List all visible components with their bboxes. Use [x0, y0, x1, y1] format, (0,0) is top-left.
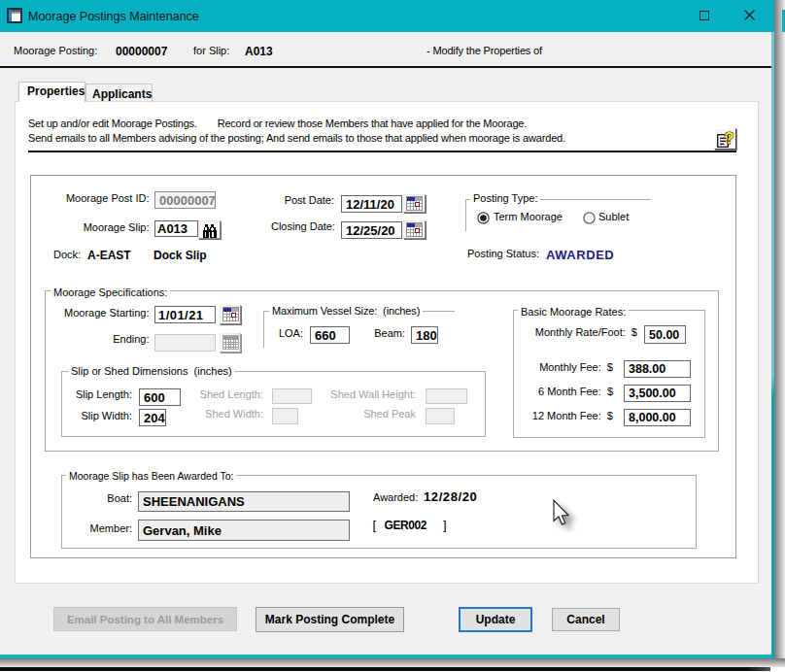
svg-text:?: ?	[725, 129, 734, 147]
